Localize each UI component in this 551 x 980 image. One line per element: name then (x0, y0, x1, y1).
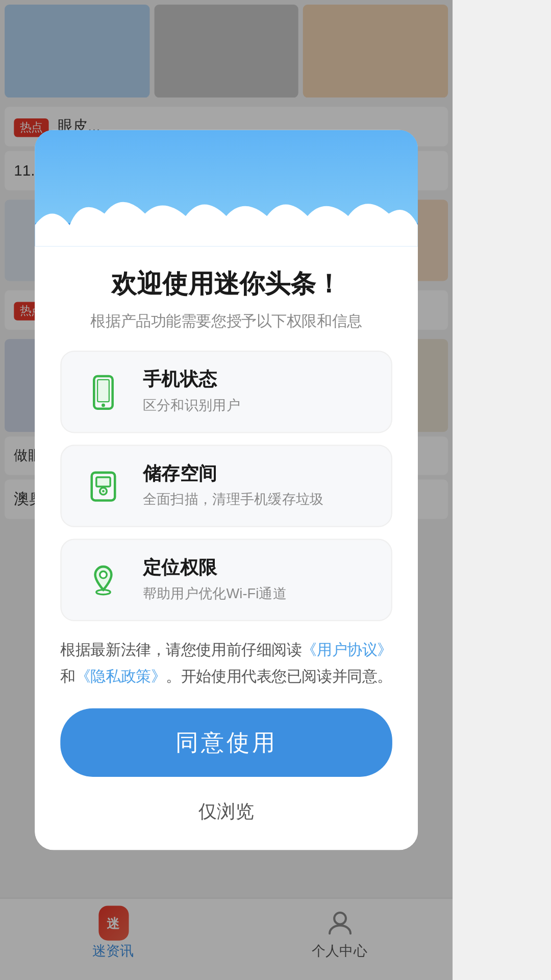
dialog-header (35, 131, 418, 247)
storage-desc: 全面扫描，清理手机缓存垃圾 (143, 491, 324, 510)
location-icon (80, 557, 127, 604)
phone-state-icon (80, 369, 127, 415)
storage-title: 储存空间 (143, 462, 324, 487)
dialog-subtitle: 根据产品功能需要您授予以下权限和信息 (60, 312, 392, 333)
privacy-policy-link[interactable]: 《隐私政策》 (76, 667, 166, 684)
location-desc: 帮助用户优化Wi-Fi通道 (143, 584, 287, 604)
storage-icon (80, 463, 127, 509)
phone-state-desc: 区分和识别用户 (143, 397, 240, 416)
permissions-dialog: 欢迎使用迷你头条！ 根据产品功能需要您授予以下权限和信息 手机状态 区分和识别用… (35, 131, 418, 850)
agree-button[interactable]: 同意使用 (60, 708, 392, 776)
permission-storage: 储存空间 全面扫描，清理手机缓存垃圾 (60, 445, 392, 528)
location-text: 定位权限 帮助用户优化Wi-Fi通道 (143, 557, 287, 604)
modal-overlay: 欢迎使用迷你头条！ 根据产品功能需要您授予以下权限和信息 手机状态 区分和识别用… (0, 0, 453, 980)
svg-point-6 (102, 490, 105, 493)
svg-rect-4 (96, 477, 110, 486)
svg-rect-1 (97, 380, 109, 402)
location-title: 定位权限 (143, 557, 287, 581)
phone-state-text: 手机状态 区分和识别用户 (143, 369, 240, 416)
svg-point-7 (100, 571, 107, 578)
user-agreement-link[interactable]: 《用户协议》 (302, 642, 392, 659)
dialog-body: 欢迎使用迷你头条！ 根据产品功能需要您授予以下权限和信息 手机状态 区分和识别用… (35, 247, 418, 849)
storage-text: 储存空间 全面扫描，清理手机缓存垃圾 (143, 462, 324, 510)
dialog-title: 欢迎使用迷你头条！ (60, 247, 392, 311)
permission-phone-state: 手机状态 区分和识别用户 (60, 351, 392, 434)
svg-point-8 (96, 590, 110, 594)
svg-point-2 (102, 403, 105, 407)
phone-state-title: 手机状态 (143, 369, 240, 393)
browse-only-button[interactable]: 仅浏览 (60, 790, 392, 828)
legal-text: 根据最新法律，请您使用前仔细阅读《用户协议》和《隐私政策》。开始使用代表您已阅读… (60, 638, 392, 690)
permission-location: 定位权限 帮助用户优化Wi-Fi通道 (60, 539, 392, 622)
